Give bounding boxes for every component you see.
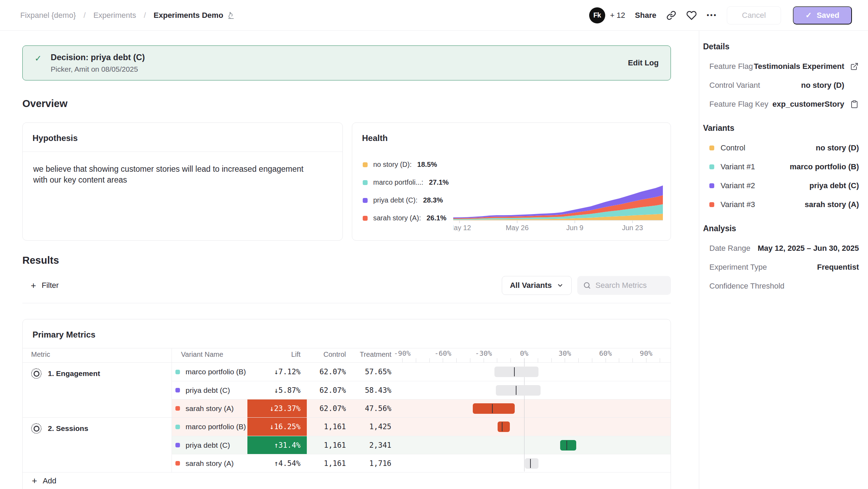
variants-heading: Variants xyxy=(703,123,859,133)
axis-tick-label: 90% xyxy=(640,349,652,357)
control-value: 62.07% xyxy=(307,386,352,395)
table-row: sarah story (A) ↓23.37% 62.07% 47.56% xyxy=(172,399,671,417)
add-filter-button[interactable]: + Filter xyxy=(22,280,59,291)
edit-log-button[interactable]: Edit Log xyxy=(628,58,659,68)
microscope-icon xyxy=(227,11,235,20)
lift-cell: ↓5.87% xyxy=(247,381,307,399)
axis-tick-mark xyxy=(619,358,619,362)
plus-icon: + xyxy=(32,475,37,486)
plus-icon: + xyxy=(31,280,36,291)
analysis-row-date-range: Date Range May 12, 2025 – Jun 30, 2025 xyxy=(703,244,859,253)
copy-link-icon[interactable] xyxy=(666,10,677,21)
lift-tick xyxy=(530,459,531,468)
variant-color-chip xyxy=(175,443,180,447)
variant-row: Variant #3 sarah story (A) xyxy=(703,200,859,209)
decision-title: Decision: priya debt (C) xyxy=(51,52,145,62)
variants-filter-dropdown[interactable]: All Variants xyxy=(502,276,572,295)
legend-label: marco portfoli...: xyxy=(373,178,423,186)
control-value: 62.07% xyxy=(307,368,352,376)
details-heading: Details xyxy=(703,42,859,51)
control-value: 1,161 xyxy=(307,459,352,468)
axis-tick-mark xyxy=(497,358,497,362)
metric-name: 1. Engagement xyxy=(48,368,100,378)
legend-label: sarah story (A): xyxy=(373,214,421,222)
col-variant-name: Variant Name xyxy=(172,348,247,362)
copy-icon[interactable] xyxy=(850,100,859,109)
svg-text:Jun 9: Jun 9 xyxy=(566,224,584,231)
detail-label: Control Variant xyxy=(709,81,760,90)
detail-row-control-variant: Control Variant no story (D) xyxy=(703,81,859,90)
treatment-value: 2,341 xyxy=(352,441,398,449)
metric-name: 2. Sessions xyxy=(48,423,88,433)
details-sidebar: Details Feature Flag Testimonials Experi… xyxy=(700,31,868,489)
axis-tick-mark xyxy=(606,358,606,362)
confidence-interval-bar xyxy=(498,421,510,432)
feature-flag-key-value: exp_customerStory xyxy=(773,100,844,109)
lift-cell: ↓23.37% xyxy=(247,399,307,417)
analysis-label: Experiment Type xyxy=(709,263,767,272)
svg-text:May 12: May 12 xyxy=(453,224,471,231)
saved-label: Saved xyxy=(817,11,839,20)
legend-item: marco portfoli...: 27.1% xyxy=(363,178,449,186)
variant-name: marco portfolio (B) xyxy=(186,423,246,431)
axis-tick-label: 60% xyxy=(599,349,612,357)
search-metrics-box xyxy=(577,276,671,295)
col-metric: Metric xyxy=(23,348,172,362)
section-divider xyxy=(22,303,671,303)
breadcrumb-section[interactable]: Experiments xyxy=(93,11,136,20)
variants-section: Variants Control no story (D) Variant #1… xyxy=(703,123,859,209)
breadcrumb: Fixpanel {demo} / Experiments / Experime… xyxy=(20,11,235,20)
breadcrumb-project[interactable]: Fixpanel {demo} xyxy=(20,11,76,20)
table-row: priya debt (C) ↓5.87% 62.07% 58.43% xyxy=(172,381,671,399)
decision-banner: ✓ Decision: priya debt (C) Picker, Amit … xyxy=(22,45,671,80)
breadcrumb-page-title: Experiments Demo xyxy=(154,11,235,20)
cancel-button[interactable]: Cancel xyxy=(727,6,781,24)
axis-tick-mark xyxy=(511,358,511,362)
search-icon xyxy=(583,281,591,290)
confidence-interval-bar xyxy=(525,458,538,469)
axis-tick-label: -30% xyxy=(475,349,492,357)
experiment-type-value: Frequentist xyxy=(817,263,859,272)
primary-metrics-title: Primary Metrics xyxy=(23,319,671,348)
variant-row: Variant #1 marco portfolio (B) xyxy=(703,162,859,171)
external-link-icon[interactable] xyxy=(850,62,859,71)
feature-flag-link[interactable]: Testimonials Experiment xyxy=(754,62,844,71)
legend-item: priya debt (C): 28.3% xyxy=(363,196,449,204)
avatar[interactable]: Fk xyxy=(589,7,605,23)
saved-button[interactable]: ✓ Saved xyxy=(793,6,852,24)
lift-axis: -90%-60%-30%0%30%60%90% xyxy=(398,348,671,362)
ci-cell xyxy=(398,454,671,472)
collaborators-count[interactable]: + 12 xyxy=(610,11,625,20)
variant-name: sarah story (A) xyxy=(186,459,234,468)
legend-item: sarah story (A): 26.1% xyxy=(363,214,449,222)
axis-tick-label: 30% xyxy=(558,349,571,357)
share-button[interactable]: Share xyxy=(635,11,656,20)
axis-tick-mark xyxy=(443,358,443,362)
control-value: 1,161 xyxy=(307,423,352,431)
control-value: 1,161 xyxy=(307,441,352,449)
search-metrics-input[interactable] xyxy=(595,281,662,290)
detail-row-feature-flag-key: Feature Flag Key exp_customerStory xyxy=(703,100,859,109)
chevron-down-icon xyxy=(557,282,564,289)
analysis-row-experiment-type: Experiment Type Frequentist xyxy=(703,263,859,272)
details-section: Details Feature Flag Testimonials Experi… xyxy=(703,42,859,109)
control-value: 62.07% xyxy=(307,404,352,413)
more-options-button[interactable]: ••• xyxy=(707,11,717,19)
results-controls: + Filter All Variants xyxy=(22,276,671,295)
ci-cell xyxy=(398,418,671,436)
ci-cell xyxy=(398,381,671,399)
filter-label: Filter xyxy=(42,281,59,290)
controls-right: All Variants xyxy=(502,276,671,295)
legend-color-chip xyxy=(363,180,368,185)
axis-tick-mark xyxy=(592,358,592,362)
confidence-interval-bar xyxy=(473,403,515,414)
treatment-value: 57.65% xyxy=(352,368,398,376)
favorite-heart-icon[interactable] xyxy=(686,10,697,21)
ci-cell xyxy=(398,363,671,381)
add-metric-button[interactable]: + Add xyxy=(23,472,671,489)
table-row: marco portfolio (B) ↓16.25% 1,161 1,425 xyxy=(172,418,671,436)
icon-spacer xyxy=(850,81,859,90)
col-lift: Lift xyxy=(247,348,307,362)
legend-color-chip xyxy=(363,162,368,167)
variant-value: sarah story (A) xyxy=(805,200,859,209)
